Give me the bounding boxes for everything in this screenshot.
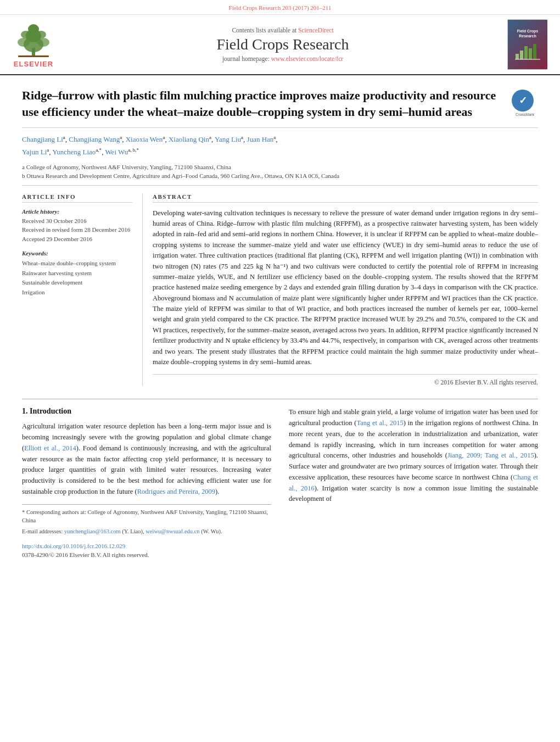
keywords-group: Keywords: Wheat–maize double–cropping sy…	[22, 250, 132, 297]
body-left-column: 1. Introduction Agricultural irrigation …	[22, 407, 273, 538]
keyword-3: Sustainable development	[22, 278, 132, 288]
ref-link-rodrigues[interactable]: Rodrigues and Pereira, 2009	[137, 488, 215, 495]
sciencedirect-line: Contents lists available at ScienceDirec…	[69, 27, 496, 34]
elsevier-tree-icon	[14, 21, 53, 59]
journal-thumbnail: Field Crops Research	[507, 19, 547, 70]
svg-point-7	[28, 24, 39, 34]
body-right-column: To ensure high and stable grain yield, a…	[287, 407, 538, 538]
doi-link[interactable]: http://dx.doi.org/10.1016/j.fcr.2016.12.…	[22, 543, 538, 549]
crossmark-label: CrossMark	[512, 113, 538, 116]
author-link-5[interactable]: Yang Liu	[215, 136, 241, 144]
author-link-1[interactable]: Changjiang Li	[22, 136, 63, 144]
intro-section-title: 1. Introduction	[22, 407, 271, 416]
sciencedirect-link[interactable]: ScienceDirect	[298, 27, 334, 34]
authors-line: Changjiang Lia, Changjiang Wanga, Xiaoxi…	[22, 133, 538, 158]
header-section: ELSEVIER Contents lists available at Sci…	[0, 15, 560, 75]
keyword-1: Wheat–maize double–cropping system	[22, 259, 132, 269]
svg-rect-10	[520, 51, 523, 59]
svg-rect-12	[529, 48, 532, 59]
affiliation-a: a College of Agronomy, Northwest A&F Uni…	[22, 163, 538, 172]
author-link-3[interactable]: Xiaoxia Wen	[126, 136, 163, 144]
affiliations-block: a College of Agronomy, Northwest A&F Uni…	[22, 160, 538, 186]
footnote-area: * Corresponding authors at: College of A…	[22, 504, 271, 536]
authors-block: Changjiang Lia, Changjiang Wanga, Xiaoxi…	[22, 128, 538, 160]
svg-rect-9	[516, 54, 519, 59]
accepted-date: Accepted 29 December 2016	[22, 235, 132, 244]
abstract-text: Developing water-saving cultivation tech…	[153, 208, 538, 368]
article-info-abstract-section: ARTICLE INFO Article history: Received 3…	[22, 186, 538, 386]
article-history-group: Article history: Received 30 October 201…	[22, 208, 132, 244]
svg-rect-8	[18, 55, 49, 57]
elsevier-logo: ELSEVIER	[9, 21, 58, 68]
crossmark-circle-icon[interactable]: ✓	[512, 90, 534, 111]
keywords-title: Keywords:	[22, 250, 132, 256]
author-link-2[interactable]: Changjiang Wang	[69, 136, 120, 144]
article-title-text: Ridge–furrow with plastic film mulching …	[22, 87, 503, 120]
journal-reference: Field Crops Research 203 (2017) 201–211	[229, 4, 332, 11]
author-link-9[interactable]: Wei Wu	[105, 148, 128, 156]
keyword-2: Rainwater harvesting system	[22, 269, 132, 278]
author-link-4[interactable]: Xiaoliang Qin	[169, 136, 209, 144]
homepage-line: journal homepage: www.elsevier.com/locat…	[69, 55, 496, 62]
elsevier-label-text: ELSEVIER	[14, 60, 53, 68]
crossmark-logo: ✓ CrossMark	[512, 90, 538, 116]
copyright-line: © 2016 Elsevier B.V. All rights reserved…	[153, 374, 538, 386]
footer-links: http://dx.doi.org/10.1016/j.fcr.2016.12.…	[0, 538, 560, 566]
affiliation-b: b Ottawa Research and Development Centre…	[22, 171, 538, 181]
homepage-url[interactable]: www.elsevier.com/locate/fcr	[271, 55, 343, 62]
body-two-column: 1. Introduction Agricultural irrigation …	[22, 407, 538, 538]
received-revised-date: Received in revised form 28 December 201…	[22, 225, 132, 235]
svg-rect-13	[533, 44, 536, 59]
received-date: Received 30 October 2016	[22, 216, 132, 226]
section-divider	[22, 399, 538, 399]
issn-text: 0378-4290/© 2016 Elsevier B.V. All right…	[22, 551, 149, 558]
article-content: Ridge–furrow with plastic film mulching …	[0, 75, 560, 538]
author-link-7[interactable]: Yajun Li	[22, 148, 47, 156]
svg-rect-11	[524, 46, 528, 59]
article-title: Ridge–furrow with plastic film mulching …	[22, 87, 503, 120]
thumb-chart-icon	[514, 41, 541, 60]
intro-paragraph-1: Agricultural irrigation water resource d…	[22, 421, 271, 497]
ref-link-jiang[interactable]: Jiang, 2009; Tang et al., 2015	[447, 451, 534, 459]
journal-thumb-image: Field Crops Research	[508, 20, 547, 69]
ref-link-elliott[interactable]: Elliott et al., 2014	[24, 444, 76, 452]
article-info-label: ARTICLE INFO	[22, 193, 132, 203]
keyword-4: Irrigation	[22, 288, 132, 298]
intro-paragraph-2: To ensure high and stable grain yield, a…	[289, 407, 538, 505]
ref-link-tang[interactable]: Tang et al., 2015	[356, 419, 403, 427]
thumb-title-text: Field Crops Research	[510, 29, 545, 38]
ref-link-chang[interactable]: Chang et al., 2016	[289, 473, 538, 492]
author-link-8[interactable]: Yuncheng Liao	[52, 148, 96, 156]
email-link-1[interactable]: yunchengliao@163.com	[64, 528, 121, 534]
journal-main-title: Field Crops Research	[69, 36, 496, 53]
header-center: Contents lists available at ScienceDirec…	[69, 27, 496, 62]
author-link-6[interactable]: Juan Han	[247, 136, 274, 144]
abstract-label: ABSTRACT	[153, 193, 538, 203]
corresponding-author-note: * Corresponding authors at: College of A…	[22, 508, 271, 526]
email-note: E-mail addresses: yunchengliao@163.com (…	[22, 527, 271, 536]
main-body: 1. Introduction Agricultural irrigation …	[22, 386, 538, 538]
article-title-block: Ridge–furrow with plastic film mulching …	[22, 75, 538, 128]
abstract-column: ABSTRACT Developing water-saving cultiva…	[143, 193, 538, 386]
article-history-title: Article history:	[22, 208, 132, 215]
email-link-2[interactable]: weiwu@nwsuaf.edu.cn	[145, 528, 199, 534]
article-info-column: ARTICLE INFO Article history: Received 3…	[22, 193, 143, 386]
top-bar: Field Crops Research 203 (2017) 201–211	[0, 0, 560, 15]
page: Field Crops Research 203 (2017) 201–211 …	[0, 0, 560, 742]
